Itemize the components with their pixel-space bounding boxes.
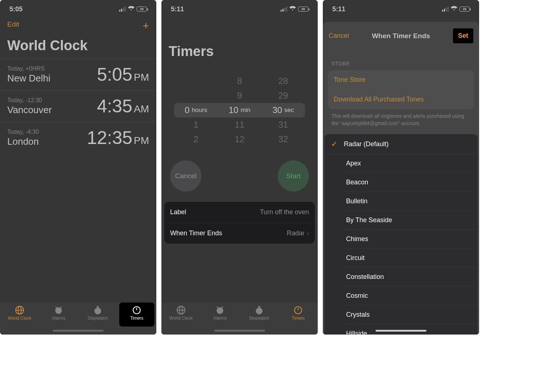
clock-city: New Delhi	[7, 73, 51, 84]
cell-value: Turn off the oven	[260, 208, 309, 216]
home-indicator[interactable]	[53, 330, 104, 332]
cell-key: When Timer Ends	[170, 229, 222, 237]
tab-label: Timers	[292, 316, 305, 321]
tab-timers[interactable]: Timers	[117, 305, 157, 321]
status-time: 5:11	[332, 5, 345, 13]
tab-label: Stopwatch	[88, 316, 108, 321]
world-clock-row[interactable]: Today, +0HRS New Delhi 5:05 PM	[0, 59, 156, 90]
when-timer-ends-cell[interactable]: When Timer Ends Radar ›	[164, 223, 315, 244]
cancel-button[interactable]: Cancel	[329, 32, 349, 40]
time-picker[interactable]: 0hours 1 2 7 8 9 10min 11 12 27 28	[174, 70, 305, 150]
edit-button[interactable]: Edit	[7, 20, 19, 31]
tone-item[interactable]: Cosmic	[342, 287, 478, 305]
svg-line-4	[56, 307, 57, 308]
clock-ampm: PM	[134, 135, 149, 147]
clock-city: London	[7, 136, 39, 147]
cellular-icon	[119, 7, 126, 12]
clock-ampm: AM	[134, 103, 149, 115]
tone-store-link[interactable]: Tone Store	[328, 70, 474, 90]
globe-icon	[176, 305, 186, 315]
tab-alarms[interactable]: Alarms	[201, 305, 240, 321]
home-indicator[interactable]	[376, 330, 426, 332]
clock-offset: Today, -12:30	[7, 97, 52, 104]
tab-label: Alarms	[213, 316, 227, 321]
clock-time: 4:35	[97, 96, 132, 117]
tone-item[interactable]: Beacon	[342, 173, 478, 192]
clock-time: 5:05	[97, 64, 132, 85]
checkmark-icon: ✓	[330, 140, 338, 148]
cancel-button[interactable]: Cancel	[170, 160, 201, 192]
label-cell[interactable]: Label Turn off the oven	[164, 202, 315, 223]
tone-item[interactable]: Chimes	[342, 230, 478, 249]
tab-stopwatch[interactable]: Stopwatch	[240, 305, 279, 321]
timer-icon	[132, 305, 141, 315]
svg-point-13	[217, 307, 223, 313]
tone-label: Apex	[346, 160, 361, 167]
svg-point-6	[95, 308, 101, 314]
wifi-icon	[128, 6, 135, 12]
tab-alarms[interactable]: Alarms	[39, 305, 79, 321]
tone-picker-modal: Cancel When Timer Ends Set STORE Tone St…	[323, 22, 479, 335]
tab-stopwatch[interactable]: Stopwatch	[78, 305, 117, 321]
status-time: 5:11	[171, 5, 184, 13]
wifi-icon	[451, 6, 457, 12]
battery-icon: 28	[137, 7, 147, 12]
store-header: STORE	[323, 50, 479, 70]
tone-item[interactable]: Circuit	[342, 249, 478, 268]
set-button[interactable]: Set	[453, 28, 473, 43]
tone-label: Beacon	[346, 179, 368, 186]
alarm-icon	[54, 305, 63, 315]
wifi-icon	[289, 6, 296, 12]
status-bar: 5:11 28	[161, 0, 318, 18]
picker-column-seconds[interactable]: 27 28 29 30sec 31 32	[261, 70, 305, 150]
clock-offset: Today, -4:30	[7, 129, 39, 135]
download-purchased-link[interactable]: Download All Purchased Tones	[328, 90, 474, 109]
battery-icon: 28	[459, 7, 470, 12]
tone-label: Radar (Default)	[344, 140, 389, 148]
tab-label: World Clock	[8, 316, 31, 321]
tone-item[interactable]: By The Seaside	[342, 211, 478, 230]
clock-offset: Today, +0HRS	[7, 65, 51, 72]
battery-icon: 28	[298, 7, 308, 12]
screen-timers: 5:11 28 Timers 0hours 1 2 7 8	[161, 0, 318, 335]
status-time: 5:05	[9, 5, 23, 13]
tab-label: World Clock	[169, 316, 193, 321]
picker-column-minutes[interactable]: 7 8 9 10min 11 12	[218, 70, 261, 150]
home-indicator[interactable]	[214, 330, 265, 332]
tone-item[interactable]: Constellation	[342, 268, 478, 287]
world-clock-row[interactable]: Today, -4:30 London 12:35 PM	[0, 122, 156, 153]
modal-title: When Timer Ends	[372, 32, 430, 40]
tab-label: Timers	[130, 316, 143, 321]
cell-key: Label	[170, 208, 186, 216]
alarm-icon	[215, 305, 225, 315]
status-bar: 5:11 28	[323, 0, 479, 18]
stopwatch-icon	[93, 305, 103, 315]
svg-rect-17	[258, 306, 260, 307]
tone-item[interactable]: Apex	[342, 154, 478, 173]
tone-label: Hillside	[346, 330, 367, 335]
tone-item[interactable]: Crystals	[342, 305, 478, 324]
page-title: World Clock	[0, 31, 156, 59]
clock-ampm: PM	[134, 72, 149, 83]
timer-options-list: Label Turn off the oven When Timer Ends …	[164, 202, 315, 244]
clock-city: Vancouver	[7, 104, 52, 116]
picker-column-hours[interactable]: 0hours 1 2	[174, 70, 218, 150]
tone-list: ✓ Radar (Default) Apex Beacon Bulletin B…	[324, 134, 478, 335]
svg-point-16	[256, 308, 262, 314]
tone-item[interactable]: Bulletin	[342, 192, 478, 211]
tab-worldclock[interactable]: World Clock	[161, 305, 201, 321]
world-clock-row[interactable]: Today, -12:30 Vancouver 4:35 AM	[0, 90, 156, 122]
add-button[interactable]: +	[142, 20, 149, 31]
tone-label: Chimes	[346, 235, 368, 243]
tone-label: By The Seaside	[346, 216, 392, 224]
tone-label: Bulletin	[346, 197, 368, 205]
tone-item[interactable]: ✓ Radar (Default)	[324, 134, 478, 154]
tone-label: Crystals	[346, 311, 370, 319]
svg-rect-7	[97, 306, 99, 307]
chevron-right-icon: ›	[307, 229, 309, 237]
tab-worldclock[interactable]: World Clock	[0, 305, 39, 321]
page-title: Timers	[161, 18, 318, 70]
tab-timers[interactable]: Timers	[279, 305, 318, 321]
start-button[interactable]: Start	[278, 160, 309, 192]
timer-icon	[293, 305, 303, 315]
